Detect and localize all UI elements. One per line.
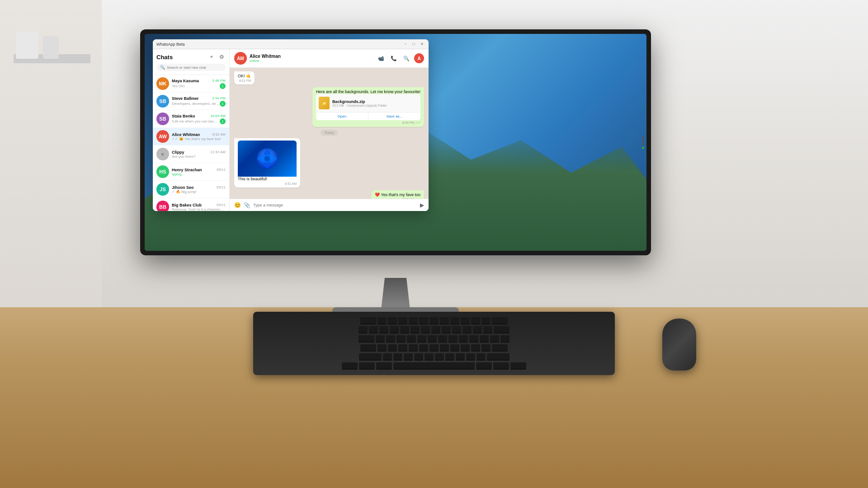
- key-f2: [388, 317, 397, 324]
- chat-preview-steve: Developers, developers, develo...: [172, 102, 220, 106]
- minimize-button[interactable]: −: [402, 41, 409, 47]
- chat-name-steve: Steve Ballmer: [172, 96, 199, 101]
- key-q: [376, 335, 385, 343]
- key-backtick: [359, 326, 368, 333]
- chat-header-name: Alice Whitman: [250, 54, 373, 59]
- key-s: [388, 344, 397, 352]
- unread-badge-maya: 1: [220, 83, 226, 89]
- save-file-button[interactable]: Save as...: [368, 113, 420, 120]
- close-button[interactable]: ✕: [419, 41, 425, 47]
- keyboard-row-5: [359, 353, 509, 361]
- keyboard-row-2: [359, 326, 509, 333]
- key-f1: [377, 317, 387, 324]
- attach-button[interactable]: 📎: [244, 202, 250, 208]
- key-backspace: [494, 326, 509, 333]
- chat-preview-maya: Yes OK!: [172, 84, 185, 88]
- monitor-dot-2: [642, 140, 644, 142]
- msg-time-image: 8:51 AM: [238, 182, 297, 185]
- voice-call-button[interactable]: 📞: [389, 53, 399, 63]
- chat-preview-row-henry: typing...: [172, 172, 226, 176]
- key-n: [435, 353, 444, 361]
- svg-point-1: [264, 156, 270, 161]
- sidebar-header: Chats + ⚙ 🔍: [153, 49, 229, 75]
- file-name: Backgrounds.zip: [332, 99, 418, 104]
- chat-header-avatar: AW: [234, 52, 247, 65]
- key-i: [448, 335, 458, 343]
- key-f: [409, 344, 418, 352]
- chat-time-clippy: 12:32 AM: [210, 150, 226, 154]
- chat-preview-row-steve: Developers, developers, develo... 1: [172, 101, 226, 107]
- monitor-area: WhatsApp Beta − □ ✕ Ch: [140, 29, 651, 282]
- chat-item-bigbakes[interactable]: BB Big Bakes Club 05/11 Rebecca: Yum! Is…: [153, 198, 229, 211]
- key-minus: [473, 326, 482, 333]
- chat-info-henry: Henry Strachan 05/11 typing...: [172, 168, 226, 176]
- search-icon: 🔍: [160, 65, 165, 70]
- maximize-button[interactable]: □: [410, 41, 417, 47]
- chat-item-henry[interactable]: HS Henry Strachan 05/11 typing...: [153, 163, 229, 181]
- msg-sent-backgrounds: Here are all the backgrounds. Let me kno…: [312, 87, 424, 127]
- new-chat-button[interactable]: +: [208, 53, 216, 61]
- video-call-button[interactable]: 📹: [376, 53, 386, 63]
- avatar-alice: AW: [156, 130, 169, 143]
- key-g: [419, 344, 428, 352]
- chat-preview-row-clippy: Are you there?: [172, 155, 226, 159]
- chat-item-steve[interactable]: SB Steve Ballmer 2:54 PM Developers, dev…: [153, 93, 229, 110]
- keyboard-row-4: [360, 344, 508, 352]
- key-space: [393, 362, 475, 370]
- chat-name-row-henry: Henry Strachan 05/11: [172, 168, 226, 172]
- chat-name-bigbakes: Big Bakes Club: [172, 203, 202, 207]
- key-a: [377, 344, 387, 352]
- chat-name-row-jihoon: Jihoon Seo 05/11: [172, 185, 226, 190]
- chat-preview-henry: typing...: [172, 172, 184, 176]
- search-box[interactable]: 🔍: [156, 64, 226, 71]
- chat-time-maya: 3:48 PM: [212, 79, 226, 83]
- file-info-text: Backgrounds.zip 23.5 MB · Compressed (zi…: [332, 99, 418, 107]
- file-size: 23.5 MB · Compressed (zipped) Folder: [332, 104, 418, 107]
- search-input[interactable]: [167, 66, 222, 70]
- emoji-button[interactable]: 😊: [234, 202, 241, 208]
- file-attachment-zip: 📁 Backgrounds.zip 23.5 MB · Compressed (…: [316, 94, 420, 120]
- search-chat-button[interactable]: 🔍: [401, 53, 411, 63]
- monitor-power-button[interactable]: [642, 147, 644, 149]
- avatar-henry: HS: [156, 165, 169, 178]
- chat-item-maya[interactable]: MK Maya Kasuma 3:48 PM Yes OK!: [153, 75, 229, 93]
- msg-text-backgrounds: Here are all the backgrounds. Let me kno…: [316, 89, 420, 94]
- key-comma: [456, 353, 465, 361]
- monitor-dot-3: [642, 143, 644, 145]
- key-rwin: [493, 362, 509, 370]
- key-esc: [360, 317, 376, 324]
- send-button[interactable]: ▶: [420, 202, 424, 208]
- monitor-screen: WhatsApp Beta − □ ✕ Ch: [145, 34, 646, 251]
- message-input-bar: 😊 📎 ▶: [230, 199, 429, 211]
- key-6: [421, 326, 430, 333]
- key-rbracket: [490, 335, 499, 343]
- unread-badge-steve: 1: [220, 101, 226, 107]
- key-x: [393, 353, 402, 361]
- key-2: [379, 326, 388, 333]
- chat-item-alice[interactable]: AW Alice Whitman 8:32 AM ✓✓ 🐱 Yes that's…: [153, 128, 229, 145]
- chat-name-row-clippy: Clippy 12:32 AM: [172, 150, 226, 155]
- key-1: [369, 326, 378, 333]
- chat-name-henry: Henry Strachan: [172, 168, 202, 172]
- chat-item-jihoon[interactable]: JS Jihoon Seo 05/11 ✓ 🔥 Big jump!: [153, 181, 229, 198]
- chat-name-row-staia: Staia Benko 10:04 AM: [172, 114, 226, 118]
- msg-text-fave: ❤️ Yes that's my fave too: [375, 192, 420, 197]
- shelf-item-1: [16, 32, 38, 59]
- chat-item-staia[interactable]: SB Staia Benko 10:04 AM Call me when you…: [153, 110, 229, 128]
- key-lctrl: [342, 362, 358, 370]
- key-f12: [492, 317, 508, 324]
- key-f5: [419, 317, 428, 324]
- key-h: [429, 344, 439, 352]
- open-file-button[interactable]: Open: [316, 113, 368, 120]
- chat-name-clippy: Clippy: [172, 150, 184, 155]
- chat-preview-jihoon: ✓ 🔥 Big jump!: [172, 190, 197, 194]
- whatsapp-window[interactable]: WhatsApp Beta − □ ✕ Ch: [153, 39, 429, 211]
- settings-button[interactable]: ⚙: [217, 53, 226, 61]
- chat-preview-row-jihoon: ✓ 🔥 Big jump!: [172, 190, 226, 194]
- chat-item-clippy[interactable]: C Clippy 12:32 AM Are you there?: [153, 145, 229, 163]
- key-p: [469, 335, 478, 343]
- key-y: [428, 335, 437, 343]
- message-input[interactable]: [253, 203, 417, 207]
- chat-name-row-bigbakes: Big Bakes Club 05/11: [172, 203, 226, 207]
- shelf-item-2: [43, 36, 59, 59]
